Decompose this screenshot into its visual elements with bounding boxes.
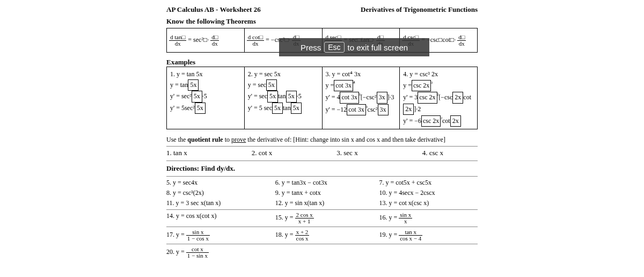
page-title: AP Calculus AB - Worksheet 26 [166, 5, 261, 14]
prob-8: 8. y = csc³(2x) [166, 189, 270, 197]
quotient-problems: 1. tan x 2. cot x 3. sec x 4. csc x [166, 149, 478, 157]
prob-13: 13. y = cot x(csc x) [379, 199, 478, 207]
header-row: AP Calculus AB - Worksheet 26 Derivative… [166, 5, 478, 14]
prob-10: 10. y = 4secx − 2cscx [379, 189, 478, 197]
prob-17: 17. y = sin x1 − cos x [166, 229, 270, 242]
subheader: Know the following Theorems [166, 17, 478, 26]
page-topic: Derivatives of Trigonometric Functions [361, 5, 478, 14]
examples-grid: 1. y = tan 5x y = tan5x y' = sec²5x·5 y'… [166, 67, 478, 129]
prob-14: 14. y = cos x(cot x) [166, 212, 270, 224]
prob-2: 2. cot x [252, 149, 273, 157]
problems-row-5: 17. y = sin x1 − cos x 18. y = x + 2cos … [166, 229, 478, 242]
problems-row-2: 8. y = csc³(2x) 9. y = tanx + cotx 10. y… [166, 189, 478, 197]
quotient-section: Use the quotient rule to prove the deriv… [166, 136, 478, 144]
prob-1: 1. tan x [166, 149, 187, 157]
problems-row-3: 11. y = 3 sec x(tan x) 12. y = sin x(tan… [166, 199, 478, 207]
prob-9: 9. y = tanx + cotx [275, 189, 374, 197]
example-2: 2. y = sec 5x y = sec5x y' = sec5xtan5x·… [244, 67, 322, 129]
prob-15: 15. y = 2 cos xx + 1 [275, 212, 374, 224]
prob-11: 11. y = 3 sec x(tan x) [166, 199, 270, 207]
prob-18: 18. y = x + 2cos x [275, 229, 374, 242]
example-3: 3. y = cot⁴ 3x y =cot 3x⁴ y' = 4cot 3x³[… [322, 67, 400, 129]
fullscreen-exit-banner: Press Esc to exit full screen [279, 38, 429, 56]
prob-5: 5. y = sec4x [166, 179, 270, 187]
example-1: 1. y = tan 5x y = tan5x y' = sec²5x·5 y'… [167, 67, 245, 129]
identity-tan: d tan□dx = sec²□· d□dx [167, 28, 245, 53]
prob-19: 19. y = tan xcos x − 4 [379, 229, 478, 242]
directions: Directions: Find dy/dx. [166, 164, 478, 173]
example-4: 4. y = csc³ 2x y =csc 2x³ y' = 3csc 2x²[… [400, 67, 478, 129]
prob-12: 12. y = sin x(tan x) [275, 199, 374, 207]
examples-label: Examples [166, 58, 478, 67]
problems-row-4: 14. y = cos x(cot x) 15. y = 2 cos xx + … [166, 212, 478, 224]
esc-keycap-icon: Esc [324, 42, 344, 53]
overlay-text-pre: Press [301, 43, 321, 52]
prob-16: 16. y = sin xx [379, 212, 478, 224]
prob-7: 7. y = cot5x + csc5x [379, 179, 478, 187]
prob-3: 3. sec x [336, 149, 357, 157]
prob-20: 20. y = cot x1 − sin x [166, 246, 270, 259]
prob-6: 6. y = tan3x − cot3x [275, 179, 374, 187]
problems-row-6: 20. y = cot x1 − sin x [166, 246, 478, 259]
prob-4: 4. csc x [422, 149, 443, 157]
problems-row-1: 5. y = sec4x 6. y = tan3x − cot3x 7. y =… [166, 179, 478, 187]
overlay-text-post: to exit full screen [348, 43, 408, 52]
